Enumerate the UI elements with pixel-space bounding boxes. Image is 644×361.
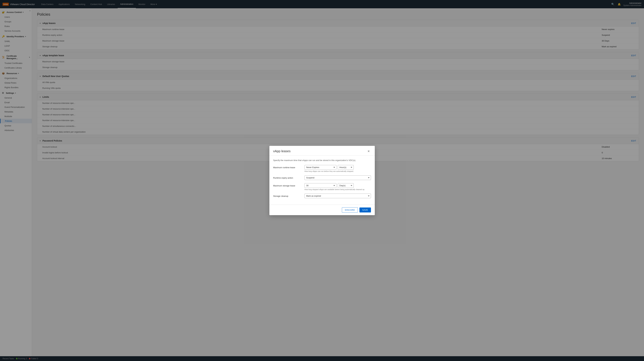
storage-cleanup-controls: Mark as expired Delete: [304, 194, 371, 198]
form-row-max-storage: Maximum storage lease Never Expires 7 14…: [273, 183, 371, 190]
discard-button[interactable]: DISCARD: [342, 207, 358, 212]
max-storage-controls: Never Expires 7 14 30 60 90 Hour(s) Day(…: [304, 183, 371, 190]
storage-cleanup-select[interactable]: Mark as expired Delete: [304, 194, 371, 198]
modal-title: vApp leases: [273, 149, 290, 153]
modal-footer: DISCARD SAVE: [270, 204, 375, 215]
max-runtime-value-select[interactable]: Never Expires 1 2 7 14 30: [304, 165, 336, 170]
max-runtime-unit-select[interactable]: Hour(s) Day(s) Month(s): [338, 165, 354, 170]
form-row-max-runtime: Maximum runtime lease Never Expires 1 2 …: [273, 165, 371, 172]
max-runtime-label: Maximum runtime lease: [273, 165, 302, 169]
vapp-leases-modal: vApp leases ✕ Specify the maximum time t…: [270, 146, 375, 215]
modal-close-btn[interactable]: ✕: [366, 149, 371, 154]
storage-cleanup-label: Storage cleanup: [273, 194, 302, 197]
modal-description: Specify the maximum time that vApps can …: [273, 159, 371, 162]
max-runtime-input-group: Never Expires 1 2 7 14 30 Hour(s) Day(s)…: [304, 165, 371, 170]
expiry-action-controls: Suspend Power off Delete: [304, 176, 371, 180]
modal-body: Specify the maximum time that vApps can …: [270, 156, 375, 205]
max-storage-value-select[interactable]: Never Expires 7 14 30 60 90: [304, 183, 336, 188]
max-runtime-hint: How long vApps can run before they are a…: [304, 170, 371, 172]
form-row-storage-cleanup: Storage cleanup Mark as expired Delete: [273, 194, 371, 198]
modal-overlay: vApp leases ✕ Specify the maximum time t…: [0, 0, 644, 361]
modal-header: vApp leases ✕: [270, 146, 375, 156]
max-storage-hint: How long stopped vApps are available bef…: [304, 188, 371, 190]
max-storage-label: Maximum storage lease: [273, 183, 302, 187]
max-runtime-controls: Never Expires 1 2 7 14 30 Hour(s) Day(s)…: [304, 165, 371, 172]
expiry-action-select[interactable]: Suspend Power off Delete: [304, 176, 371, 180]
expiry-action-label: Runtime expiry action: [273, 176, 302, 179]
max-storage-input-group: Never Expires 7 14 30 60 90 Hour(s) Day(…: [304, 183, 371, 188]
max-storage-unit-select[interactable]: Hour(s) Day(s) Month(s): [338, 183, 354, 188]
save-button[interactable]: SAVE: [360, 208, 371, 212]
form-row-expiry-action: Runtime expiry action Suspend Power off …: [273, 176, 371, 180]
